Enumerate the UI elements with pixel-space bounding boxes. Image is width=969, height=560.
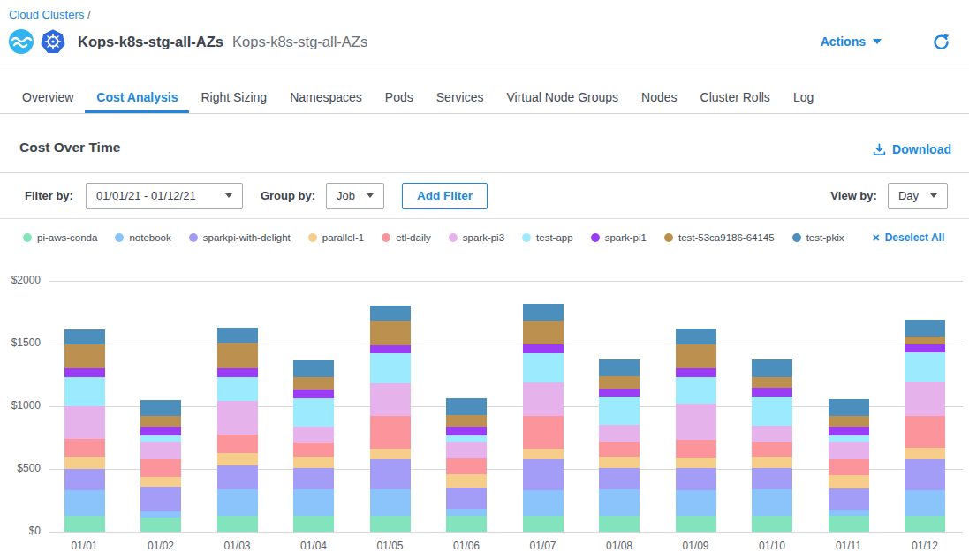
bar-segment-sparkpi-with-delight[interactable]	[370, 459, 411, 490]
bar-segment-sparkpi-with-delight[interactable]	[676, 468, 716, 490]
bar-segment-parallel-1[interactable]	[752, 457, 792, 468]
bar-segment-test-53ca9186-64145[interactable]	[676, 344, 716, 369]
bar-segment-pi-aws-conda[interactable]	[829, 516, 869, 532]
bar-segment-test-app[interactable]	[905, 352, 945, 382]
bar-01/11[interactable]	[829, 399, 869, 532]
bar-segment-test-53ca9186-64145[interactable]	[293, 377, 334, 390]
bar-segment-spark-pi3[interactable]	[446, 442, 487, 458]
bar-segment-notebook[interactable]	[217, 489, 258, 516]
bar-segment-sparkpi-with-delight[interactable]	[523, 459, 564, 490]
bar-segment-spark-pi3[interactable]	[829, 442, 869, 458]
bar-segment-test-53ca9186-64145[interactable]	[64, 344, 105, 368]
bar-segment-spark-pi3[interactable]	[676, 404, 716, 440]
bar-segment-parallel-1[interactable]	[217, 453, 258, 465]
bar-segment-pi-aws-conda[interactable]	[905, 516, 945, 532]
bar-segment-spark-pi3[interactable]	[752, 426, 792, 442]
bar-segment-etl-daily[interactable]	[293, 443, 334, 457]
bar-segment-test-app[interactable]	[676, 377, 716, 405]
bar-segment-spark-pi1[interactable]	[370, 345, 411, 353]
bar-segment-pi-aws-conda[interactable]	[523, 516, 564, 532]
bar-segment-sparkpi-with-delight[interactable]	[905, 459, 945, 490]
bar-segment-etl-daily[interactable]	[140, 459, 181, 476]
bar-segment-test-app[interactable]	[370, 353, 411, 382]
bar-segment-test-pkix[interactable]	[217, 328, 258, 343]
bar-segment-test-53ca9186-64145[interactable]	[446, 415, 487, 427]
bar-segment-pi-aws-conda[interactable]	[446, 516, 487, 532]
bar-segment-notebook[interactable]	[905, 490, 945, 516]
bar-segment-spark-pi3[interactable]	[64, 406, 105, 439]
bar-01/10[interactable]	[752, 359, 792, 532]
bar-segment-test-53ca9186-64145[interactable]	[905, 337, 945, 344]
bar-segment-etl-daily[interactable]	[64, 439, 105, 457]
bar-segment-notebook[interactable]	[446, 509, 487, 516]
bar-segment-sparkpi-with-delight[interactable]	[446, 488, 487, 510]
bar-segment-test-53ca9186-64145[interactable]	[523, 321, 564, 345]
bar-segment-sparkpi-with-delight[interactable]	[829, 488, 869, 510]
bar-01/09[interactable]	[676, 329, 716, 532]
bar-01/04[interactable]	[293, 360, 334, 532]
bar-segment-pi-aws-conda[interactable]	[370, 516, 411, 532]
bar-segment-spark-pi1[interactable]	[829, 427, 869, 435]
bar-segment-spark-pi3[interactable]	[293, 427, 334, 443]
bar-segment-sparkpi-with-delight[interactable]	[293, 468, 334, 490]
bar-segment-etl-daily[interactable]	[676, 440, 716, 457]
bar-segment-spark-pi3[interactable]	[217, 401, 258, 435]
bar-segment-spark-pi1[interactable]	[905, 344, 945, 352]
bar-segment-notebook[interactable]	[599, 489, 640, 516]
bar-segment-spark-pi3[interactable]	[523, 382, 564, 416]
bar-segment-test-app[interactable]	[829, 435, 869, 442]
bar-segment-test-pkix[interactable]	[676, 329, 716, 344]
bar-segment-parallel-1[interactable]	[140, 477, 181, 487]
bar-segment-spark-pi3[interactable]	[599, 425, 640, 442]
bar-segment-sparkpi-with-delight[interactable]	[140, 487, 181, 511]
bar-segment-test-app[interactable]	[140, 435, 181, 442]
bar-segment-spark-pi1[interactable]	[523, 344, 564, 352]
bar-segment-test-pkix[interactable]	[905, 320, 945, 337]
bar-segment-sparkpi-with-delight[interactable]	[64, 469, 105, 490]
bar-segment-test-pkix[interactable]	[140, 400, 181, 416]
bar-segment-test-pkix[interactable]	[446, 398, 487, 415]
bar-segment-parallel-1[interactable]	[523, 449, 564, 460]
bar-01/12[interactable]	[905, 320, 945, 532]
bar-segment-pi-aws-conda[interactable]	[676, 516, 716, 532]
bar-segment-spark-pi1[interactable]	[599, 389, 640, 397]
bar-01/06[interactable]	[446, 398, 487, 532]
bar-segment-test-app[interactable]	[599, 397, 640, 425]
bar-segment-test-pkix[interactable]	[370, 306, 411, 321]
bar-segment-sparkpi-with-delight[interactable]	[752, 468, 792, 490]
bar-segment-spark-pi3[interactable]	[370, 383, 411, 417]
bar-segment-spark-pi3[interactable]	[905, 382, 945, 415]
bar-segment-parallel-1[interactable]	[905, 448, 945, 460]
bar-segment-etl-daily[interactable]	[446, 458, 487, 475]
bar-segment-parallel-1[interactable]	[293, 457, 334, 468]
bar-segment-etl-daily[interactable]	[523, 416, 564, 448]
bar-segment-sparkpi-with-delight[interactable]	[217, 465, 258, 489]
bar-segment-notebook[interactable]	[64, 490, 105, 516]
bar-segment-spark-pi1[interactable]	[293, 390, 334, 398]
bar-segment-test-app[interactable]	[64, 377, 105, 406]
bar-segment-notebook[interactable]	[370, 489, 411, 516]
bar-segment-test-pkix[interactable]	[829, 399, 869, 416]
bar-segment-notebook[interactable]	[523, 490, 564, 516]
bar-01/08[interactable]	[599, 359, 640, 532]
bar-segment-parallel-1[interactable]	[676, 458, 716, 469]
bar-segment-test-53ca9186-64145[interactable]	[370, 321, 411, 345]
bar-segment-test-app[interactable]	[446, 435, 487, 442]
bar-segment-spark-pi1[interactable]	[64, 368, 105, 377]
bar-segment-etl-daily[interactable]	[905, 416, 945, 448]
bar-segment-etl-daily[interactable]	[217, 435, 258, 453]
bar-segment-spark-pi1[interactable]	[752, 388, 792, 397]
bar-segment-spark-pi3[interactable]	[140, 442, 181, 459]
bar-segment-spark-pi1[interactable]	[217, 368, 258, 377]
bar-segment-spark-pi1[interactable]	[140, 427, 181, 435]
bar-segment-notebook[interactable]	[752, 489, 792, 516]
bar-segment-etl-daily[interactable]	[370, 416, 411, 449]
bar-segment-test-53ca9186-64145[interactable]	[140, 416, 181, 428]
bar-segment-test-pkix[interactable]	[293, 360, 334, 377]
bar-segment-parallel-1[interactable]	[64, 457, 105, 469]
bar-segment-pi-aws-conda[interactable]	[293, 516, 334, 532]
bar-segment-test-53ca9186-64145[interactable]	[752, 377, 792, 388]
bar-01/02[interactable]	[140, 400, 181, 532]
bar-01/03[interactable]	[217, 328, 258, 532]
bar-01/01[interactable]	[64, 329, 105, 532]
